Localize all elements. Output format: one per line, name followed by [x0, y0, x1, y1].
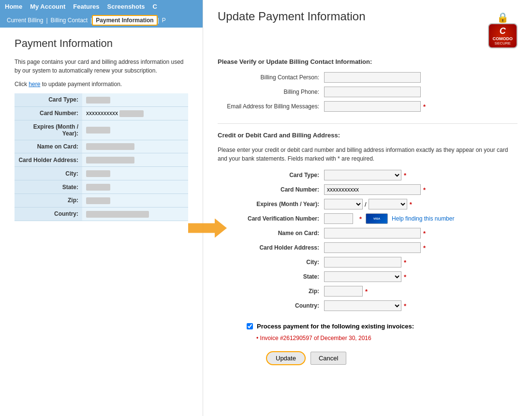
billing-phone-row: Billing Phone: [218, 87, 517, 97]
table-label-expires: Expires (Month / Year): [15, 120, 82, 140]
card-number-row: Card Number: * [218, 184, 517, 195]
left-desc1: This page contains your card and billing… [15, 58, 188, 75]
billing-contact-label: Billing Contact Person: [218, 74, 324, 81]
zip-input[interactable] [324, 286, 363, 297]
update-button[interactable]: Update [266, 351, 306, 365]
left-desc2-prefix: Click [15, 81, 29, 88]
card-number-input[interactable] [324, 184, 421, 195]
subnav-current-billing[interactable]: Current Billing [4, 16, 46, 25]
button-row: Update Cancel [218, 351, 517, 365]
card-number-required: * [423, 186, 426, 193]
card-section: Credit or Debit Card and Billing Address… [218, 132, 517, 311]
table-val-expires [82, 120, 188, 140]
table-label-zip: Zip: [15, 193, 82, 207]
section-divider [218, 123, 517, 124]
name-on-card-input[interactable] [324, 228, 421, 238]
nav-more[interactable]: C [153, 3, 157, 10]
invoice-section: Process payment for the following existi… [218, 323, 517, 342]
nav-features[interactable]: Features [73, 3, 99, 10]
state-label: State: [218, 273, 324, 280]
table-row: State: [15, 180, 188, 194]
expires-label: Expires (Month / Year): [218, 201, 324, 208]
invoice-item: • Invoice #261290597 of December 30, 201… [256, 335, 517, 342]
name-on-card-row: Name on Card: * [218, 228, 517, 238]
process-payment-checkbox[interactable] [247, 323, 253, 329]
subnav-payment-info[interactable]: Payment Information [92, 15, 157, 26]
billing-contact-input[interactable] [324, 72, 421, 83]
nav-screenshots[interactable]: Screenshots [107, 3, 145, 10]
table-row: Country: [15, 207, 188, 221]
billing-email-required: * [423, 103, 426, 110]
billing-phone-input[interactable] [324, 87, 421, 97]
name-on-card-required: * [423, 230, 426, 237]
cardholder-address-row: Card Holder Address: * [218, 242, 517, 253]
left-desc2-suffix: to update payment information. [40, 81, 122, 88]
info-table: Card Type: Card Number: xxxxxxxxxxx Expi… [15, 93, 188, 221]
card-type-row: Card Type: * [218, 170, 517, 180]
expires-month-select[interactable] [324, 199, 363, 209]
table-row: Zip: [15, 193, 188, 207]
card-type-select[interactable] [324, 170, 401, 180]
left-title: Payment Information [15, 37, 188, 50]
table-label-cardtype: Card Type: [15, 93, 82, 106]
city-input[interactable] [324, 257, 401, 267]
cardholder-address-input[interactable] [324, 242, 421, 253]
state-row: State: * [218, 271, 517, 282]
billing-email-row: Email Address for Billing Messages: * [218, 101, 517, 112]
table-label-state: State: [15, 180, 82, 194]
invoice-text: Invoice #261290597 of December 30, 2016 [260, 335, 371, 342]
subnav-more[interactable]: P [159, 16, 169, 25]
table-row: Card Type: [15, 93, 188, 106]
expires-row: Expires (Month / Year): / * [218, 199, 517, 209]
table-row: Card Holder Address: [15, 153, 188, 167]
cvv-row: Card Verification Number: * VISA Help fi… [218, 213, 517, 224]
billing-contact-row: Billing Contact Person: [218, 72, 517, 83]
billing-contact-section: Please Verify or Update Billing Contact … [218, 58, 517, 112]
table-row: City: [15, 167, 188, 180]
right-panel: Update Payment Information 🔒 C COMODO SE… [203, 0, 532, 416]
cvv-help-link[interactable]: Help finding this number [392, 215, 454, 222]
process-payment-row: Process payment for the following existi… [247, 323, 517, 330]
card-type-label: Card Type: [218, 172, 324, 178]
cvv-image: VISA [366, 213, 388, 224]
country-required: * [404, 302, 406, 310]
comodo-c-icon: C [500, 26, 506, 36]
cardholder-address-required: * [423, 244, 426, 252]
billing-email-input[interactable] [324, 101, 421, 112]
table-val-cardtype [82, 93, 188, 106]
cvv-label: Card Verification Number: [218, 215, 324, 222]
left-here-link[interactable]: here [29, 81, 40, 88]
subnav-billing-contact[interactable]: Billing Contact [48, 16, 91, 25]
left-panel: Home My Account Features Screenshots C C… [0, 0, 203, 416]
cardholder-address-label: Card Holder Address: [218, 244, 324, 251]
cancel-button[interactable]: Cancel [310, 352, 346, 365]
billing-section-label: Please Verify or Update Billing Contact … [218, 58, 517, 65]
city-row: City: * [218, 257, 517, 267]
country-select[interactable] [324, 300, 401, 311]
table-row: Expires (Month / Year): [15, 120, 188, 140]
city-label: City: [218, 259, 324, 266]
left-content: Payment Information This page contains y… [0, 28, 203, 231]
table-val-zip [82, 193, 188, 207]
table-row: Card Number: xxxxxxxxxxx [15, 106, 188, 120]
comodo-badge: 🔒 C COMODO SECURE [488, 12, 518, 48]
card-description: Please enter your credit or debit card n… [218, 146, 517, 163]
card-type-required: * [404, 172, 406, 179]
table-val-cardnum: xxxxxxxxxxx [82, 106, 188, 120]
process-payment-label: Process payment for the following existi… [257, 323, 414, 330]
state-select[interactable] [324, 271, 401, 282]
table-label-city: City: [15, 167, 82, 180]
zip-required: * [365, 288, 368, 295]
expires-year-select[interactable] [369, 199, 407, 209]
comodo-text: COMODO [493, 36, 513, 41]
table-val-city [82, 167, 188, 180]
card-number-label: Card Number: [218, 186, 324, 193]
nav-myaccount[interactable]: My Account [30, 3, 65, 10]
table-label-country: Country: [15, 207, 82, 221]
table-label-nameoncard: Name on Card: [15, 140, 82, 153]
cvv-input[interactable] [324, 213, 353, 224]
comodo-secure-text: SECURE [495, 41, 511, 45]
card-section-label: Credit or Debit Card and Billing Address… [218, 132, 517, 139]
nav-home[interactable]: Home [5, 3, 22, 10]
table-val-country [82, 207, 188, 221]
